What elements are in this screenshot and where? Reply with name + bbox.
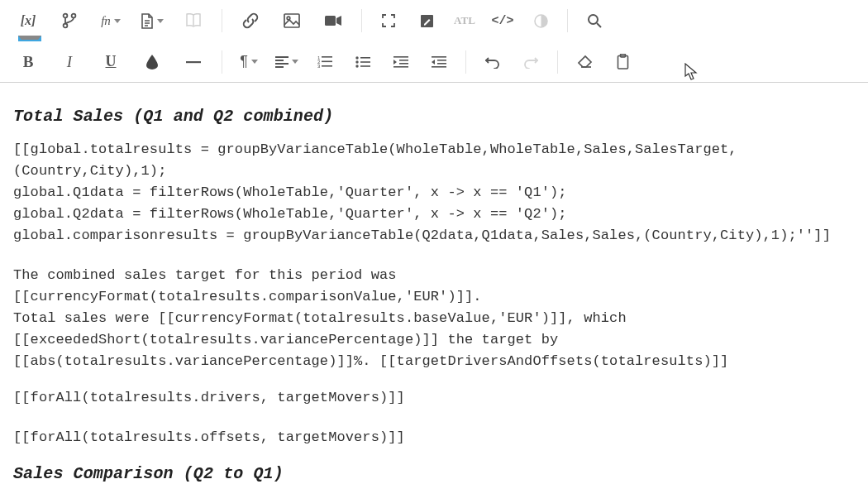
code-icon: </> [491,14,513,28]
paragraph: [[forAll(totalresults.offsets, targetMov… [13,427,855,448]
svg-rect-29 [432,66,446,68]
edit-note-button[interactable] [410,5,443,36]
svg-rect-19 [360,61,370,63]
toolbar-row-1: [x] fn [0,0,868,41]
svg-rect-25 [393,66,408,68]
image-icon [284,13,300,28]
undo-icon [485,55,500,69]
search-button[interactable] [578,5,611,36]
clipboard-button[interactable] [606,46,639,78]
italic-button[interactable]: I [51,46,88,78]
contrast-button[interactable] [524,5,557,36]
ink-button[interactable] [134,46,170,78]
edit-note-icon [420,14,434,28]
svg-rect-24 [399,63,408,65]
svg-rect-5 [325,16,336,26]
align-left-icon [275,56,289,68]
svg-rect-23 [399,60,408,61]
redo-button[interactable] [514,46,547,78]
svg-rect-9 [186,61,201,63]
svg-point-1 [72,14,76,18]
svg-point-2 [64,24,68,28]
unordered-list-icon [355,56,370,68]
svg-point-0 [64,14,68,18]
underline-button[interactable]: U [93,46,129,78]
text-line: [[forAll(totalresults.drivers, targetMov… [13,387,855,409]
contrast-icon [534,14,548,28]
branch-button[interactable] [51,5,88,36]
svg-rect-28 [437,63,446,65]
heading-total-sales: Total Sales (Q1 and Q2 combined) [13,106,855,127]
bold-button[interactable]: B [10,46,46,78]
heading-sales-comparison: Sales Comparison (Q2 to Q1) [13,463,855,484]
text-line: Total sales were [[currencyFormat(totalr… [13,308,855,329]
video-icon [325,15,341,26]
image-button[interactable] [274,5,310,36]
toolbar-divider [222,9,222,32]
branch-icon [62,12,77,29]
unordered-list-button[interactable] [346,46,379,78]
eraser-icon [577,55,593,69]
svg-point-18 [355,60,358,63]
italic-icon: I [67,53,72,71]
clipboard-icon [617,54,629,69]
svg-point-20 [355,65,358,67]
variable-button[interactable]: [x] [10,5,46,36]
document-button[interactable] [134,5,170,36]
toolbar: [x] fn [0,0,868,83]
text-line: [[exceededShort(totalresults.variancePer… [13,329,855,351]
indent-icon [393,56,408,68]
text-line: [[abs(totalresults.variancePercentage)]]… [13,351,855,372]
indent-button[interactable] [384,46,417,78]
text-line: [[forAll(totalresults.offsets, targetMov… [13,427,855,448]
toolbar-divider [557,50,558,74]
svg-rect-21 [360,65,370,67]
link-button[interactable] [232,5,269,36]
underline-icon: U [106,53,117,70]
video-button[interactable] [315,5,351,36]
outdent-icon [432,56,446,68]
link-icon [242,12,259,29]
ink-drop-icon [146,55,158,69]
undo-button[interactable] [476,46,509,78]
fullscreen-icon [382,14,395,27]
toolbar-divider [222,50,222,74]
svg-rect-11 [322,56,332,58]
book-icon [185,13,202,28]
search-icon [587,13,602,28]
minus-icon [186,60,201,64]
book-button[interactable] [175,5,212,36]
svg-rect-22 [393,56,408,58]
svg-rect-26 [432,56,446,58]
outdent-button[interactable] [422,46,455,78]
align-button[interactable] [270,46,303,78]
toolbar-row-2: B I U ¶ [0,41,868,83]
ordered-list-icon: 1 2 3 [317,55,332,68]
code-block: [[global.totalresults = groupByVarianceT… [13,139,855,247]
function-icon: fn [101,14,111,28]
fullscreen-button[interactable] [372,5,405,36]
text-line: The combined sales target for this perio… [13,265,855,308]
svg-rect-27 [437,60,446,61]
paragraph: The combined sales target for this perio… [13,265,855,372]
code-line: global.Q1data = filterRows(WholeTable,'Q… [13,182,855,204]
document-icon [141,13,154,29]
eraser-button[interactable] [568,46,601,78]
editor-content[interactable]: Total Sales (Q1 and Q2 combined) [[globa… [0,83,868,484]
variable-icon: [x] [21,13,36,28]
svg-rect-13 [322,61,332,63]
atl-button[interactable]: ATL [448,5,481,36]
svg-text:3: 3 [317,64,321,68]
function-button[interactable]: fn [93,5,129,36]
paragraph-button[interactable]: ¶ [232,46,265,78]
toolbar-divider [567,9,568,32]
ordered-list-button[interactable]: 1 2 3 [308,46,341,78]
toolbar-divider [361,9,362,32]
paragraph: [[forAll(totalresults.drivers, targetMov… [13,387,855,409]
hr-button[interactable] [175,46,212,78]
code-button[interactable]: </> [486,5,519,36]
bold-icon: B [23,53,34,71]
code-line: global.comparisonresults = groupByVarian… [13,225,855,247]
svg-rect-15 [322,65,332,67]
code-line: global.Q2data = filterRows(WholeTable,'Q… [13,204,855,225]
